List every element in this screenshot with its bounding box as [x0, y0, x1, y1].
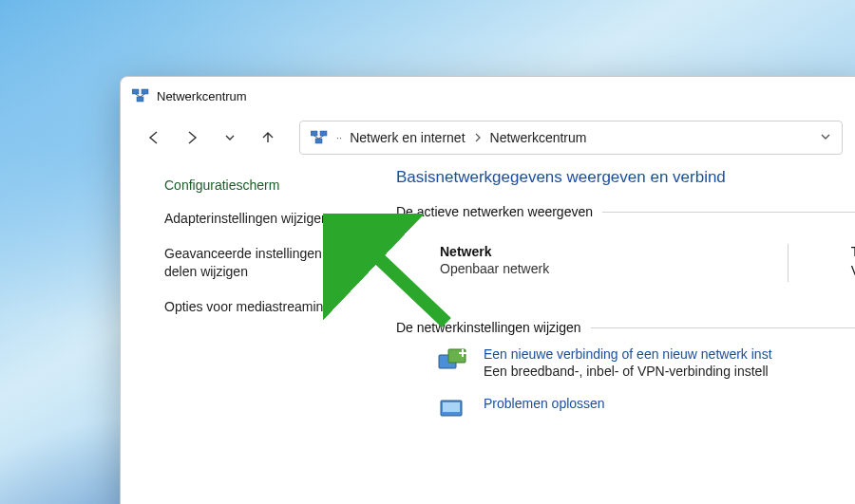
change-settings-section: De netwerkinstellingen wijzigen Een nieu… — [396, 320, 855, 424]
back-button[interactable] — [138, 121, 170, 154]
chevron-down-icon[interactable] — [819, 130, 832, 146]
network-type: Openbaar netwerk — [440, 261, 549, 276]
path-truncation-dots: ·· — [336, 132, 342, 143]
sidebar-link-media-streaming[interactable]: Opties voor mediastreaming — [164, 298, 360, 316]
change-settings-label: De netwerkinstellingen wijzigen — [396, 320, 855, 335]
address-bar[interactable]: ·· Netwerk en internet Netwerkcentrum — [299, 121, 843, 155]
titlebar: Netwerkcentrum — [121, 77, 855, 115]
svg-rect-0 — [132, 89, 139, 94]
sidebar: Configuratiescherm Adapterinstellingen w… — [121, 160, 375, 504]
network-details: T V — [851, 244, 855, 282]
sidebar-link-advanced-sharing[interactable]: Geavanceerde instellingen voor delen wij… — [164, 245, 360, 281]
network-sharing-center-icon — [310, 128, 329, 147]
new-connection-desc: Een breedband-, inbel- of VPN-verbinding… — [484, 364, 772, 379]
svg-rect-7 — [315, 139, 322, 143]
new-connection-link[interactable]: Een nieuwe verbinding of een nieuw netwe… — [484, 346, 772, 362]
forward-button[interactable] — [176, 121, 208, 154]
active-networks-label: De actieve netwerken weergeven — [396, 204, 855, 219]
svg-rect-5 — [311, 131, 317, 136]
svg-line-4 — [141, 94, 145, 97]
troubleshoot-icon — [436, 396, 470, 424]
svg-rect-15 — [443, 402, 460, 412]
breadcrumb-current[interactable]: Netwerkcentrum — [490, 130, 587, 145]
svg-line-8 — [314, 136, 319, 139]
sidebar-link-adapter-settings[interactable]: Adapterinstellingen wijzigen — [164, 210, 360, 228]
troubleshoot-link[interactable]: Problemen oplossen — [484, 396, 605, 411]
new-connection-item[interactable]: Een nieuwe verbinding of een nieuw netwe… — [396, 335, 855, 379]
breadcrumb-parent[interactable]: Netwerk en internet — [350, 130, 465, 145]
chevron-right-icon[interactable] — [473, 133, 483, 142]
svg-line-9 — [319, 136, 324, 139]
new-connection-icon — [436, 346, 470, 375]
main-panel: Basisnetwerkgegevens weergeven en verbin… — [375, 160, 855, 504]
svg-rect-13 — [462, 349, 464, 357]
svg-rect-1 — [142, 89, 148, 94]
up-button[interactable] — [252, 121, 284, 154]
window-title: Netwerkcentrum — [157, 89, 247, 103]
network-sharing-center-icon — [132, 87, 149, 104]
content-area: Configuratiescherm Adapterinstellingen w… — [121, 160, 855, 504]
navigation-bar: ·· Netwerk en internet Netwerkcentrum — [121, 115, 855, 160]
svg-rect-6 — [320, 131, 327, 136]
svg-rect-2 — [137, 97, 143, 102]
network-name: Netwerk — [440, 244, 549, 259]
troubleshoot-item[interactable]: Problemen oplossen — [396, 379, 855, 424]
control-panel-window: Netwerkcentrum ·· Ne — [120, 76, 855, 504]
svg-line-3 — [136, 94, 141, 97]
page-heading: Basisnetwerkgegevens weergeven en verbin… — [396, 168, 855, 187]
active-network-block: Netwerk Openbaar netwerk T V — [396, 219, 855, 299]
recent-locations-button[interactable] — [214, 121, 246, 154]
sidebar-heading[interactable]: Configuratiescherm — [164, 177, 360, 193]
network-info: Netwerk Openbaar netwerk — [440, 244, 549, 282]
